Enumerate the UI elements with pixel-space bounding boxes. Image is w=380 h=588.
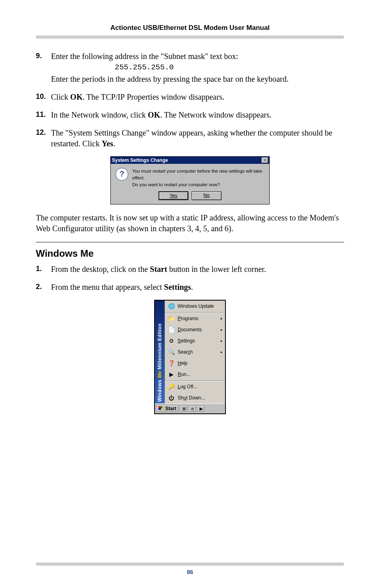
menu-item-label: Log Off... xyxy=(178,384,223,389)
step-body: Click OK. The TCP/IP Properties window d… xyxy=(51,92,344,102)
section-heading-windows-me: Windows Me xyxy=(36,248,344,259)
menu-item-label: Windows Update xyxy=(178,303,223,309)
documents-icon: 📄 xyxy=(167,326,175,334)
para-text: The computer restarts. It is now set up … xyxy=(36,213,200,222)
step-body: From the desktop, click on the Start but… xyxy=(51,264,344,275)
step-number: 12. xyxy=(36,128,51,149)
yes-button[interactable]: Yes xyxy=(159,191,188,200)
body-text: In the Network window, click xyxy=(51,110,148,119)
dialog-line1: You must restart your computer before th… xyxy=(132,168,264,182)
menu-item-label: Settings xyxy=(178,338,217,344)
start-menu-items: 🌐Windows Update📁Programs▸📄Documents▸⚙Set… xyxy=(165,301,225,403)
body-text: The "System Settings Change" window appe… xyxy=(51,128,332,148)
menu-item-help[interactable]: ❓Help xyxy=(165,358,225,369)
body-text: From the desktop, click on the xyxy=(51,265,150,273)
menu-item-label: Programs xyxy=(178,316,217,321)
menu-item-programs[interactable]: 📁Programs▸ xyxy=(165,313,225,324)
page-number: 86 xyxy=(0,569,380,575)
step-body: The "System Settings Change" window appe… xyxy=(51,128,344,149)
question-icon: ? xyxy=(116,168,128,181)
menu-item-label: Help xyxy=(178,360,223,366)
step-number: 10. xyxy=(36,92,51,102)
bold-ok: OK xyxy=(70,92,82,101)
section-rule xyxy=(36,242,344,242)
submenu-arrow-icon: ▸ xyxy=(221,328,223,332)
taskbar: Start 🖥 e ▶ xyxy=(155,403,225,413)
submenu-arrow-icon: ▸ xyxy=(221,317,223,321)
start-label: Start xyxy=(165,406,176,411)
windows-update-icon: 🌐 xyxy=(167,302,175,310)
dialog-titlebar: System Settings Change × xyxy=(111,157,269,164)
submenu-arrow-icon: ▸ xyxy=(221,339,223,343)
menu-item-shutdown[interactable]: ⏻Shut Down... xyxy=(165,392,225,403)
step-number: 1. xyxy=(36,264,51,275)
menu-item-windows-update[interactable]: 🌐Windows Update xyxy=(165,301,225,312)
programs-icon: 📁 xyxy=(167,315,175,323)
taskbar-desktop-icon[interactable]: 🖥 xyxy=(180,405,187,412)
body-text: Enter the following address in the "Subn… xyxy=(51,52,238,61)
body-text: Click xyxy=(51,92,70,101)
body-text: Enter the periods in the address by pres… xyxy=(51,75,288,83)
step-number: 2. xyxy=(36,282,51,293)
windows-flag-icon xyxy=(159,406,164,411)
bold-settings: Settings xyxy=(164,283,191,291)
menu-item-settings[interactable]: ⚙Settings▸ xyxy=(165,335,225,346)
menu-separator xyxy=(165,380,225,381)
submenu-arrow-icon: ▸ xyxy=(221,350,223,354)
bold-ok: OK xyxy=(148,110,160,119)
menu-item-label: Search xyxy=(178,349,217,355)
yes-label: Yes xyxy=(170,193,178,199)
menu-separator xyxy=(165,312,225,313)
dialog-message: You must restart your computer before th… xyxy=(132,168,264,189)
body-text: . The xyxy=(82,92,101,101)
banner-me: Me xyxy=(157,371,163,378)
step-body: Enter the following address in the "Subn… xyxy=(51,51,344,85)
header-rule xyxy=(36,35,344,39)
code-subnet: 255.255.255.0 xyxy=(51,63,344,73)
step-body: In the Network window, click OK. The Net… xyxy=(51,110,344,120)
no-label: No xyxy=(204,193,210,198)
paragraph-after-dialog: The computer restarts. It is now set up … xyxy=(36,212,344,234)
step-body: From the menu that appears, select Setti… xyxy=(51,282,344,293)
start-menu-screenshot: Windows Me Millennium Edition 🌐Windows U… xyxy=(154,300,226,414)
menu-item-run[interactable]: ▶Run... xyxy=(165,369,225,380)
dialog-title: System Settings Change xyxy=(112,157,168,163)
menu-item-documents[interactable]: 📄Documents▸ xyxy=(165,324,225,335)
close-button[interactable]: × xyxy=(262,157,268,163)
body-text: . xyxy=(113,139,115,148)
dialog-line2: Do you want to restart your computer now… xyxy=(132,181,264,188)
no-button[interactable]: No xyxy=(192,191,221,200)
bold-start: Start xyxy=(150,265,167,273)
bold-yes: Yes xyxy=(102,139,113,148)
body-text: . The Network window disappears. xyxy=(160,110,272,119)
menu-item-search[interactable]: 🔍Search▸ xyxy=(165,346,225,358)
shutdown-icon: ⏻ xyxy=(167,394,175,402)
help-icon: ❓ xyxy=(167,359,175,367)
start-menu-banner: Windows Me Millennium Edition xyxy=(155,301,165,403)
banner-windows: Windows xyxy=(157,380,163,402)
menu-item-label: Run... xyxy=(178,372,223,377)
menu-item-logoff[interactable]: 🔑Log Off... xyxy=(165,381,225,392)
step-number: 11. xyxy=(36,110,51,120)
step-number: 9. xyxy=(36,51,51,85)
taskbar-ie-icon[interactable]: e xyxy=(189,405,196,412)
body-text: button in the lower left corner. xyxy=(167,265,266,273)
logoff-icon: 🔑 xyxy=(167,383,175,391)
smallcaps-ip: IP xyxy=(200,213,208,222)
menu-item-label: Documents xyxy=(178,327,217,332)
taskbar-media-icon[interactable]: ▶ xyxy=(198,405,205,412)
settings-icon: ⚙ xyxy=(167,337,175,345)
smallcaps-tcpip: TCP/IP xyxy=(101,92,125,101)
system-settings-dialog: System Settings Change × ? You must rest… xyxy=(110,156,270,205)
start-button[interactable]: Start xyxy=(156,405,178,412)
search-icon: 🔍 xyxy=(167,348,175,356)
body-text: Properties window disappears. xyxy=(125,92,224,101)
banner-edition: Millennium Edition xyxy=(157,323,163,371)
body-text: . xyxy=(191,283,193,291)
menu-item-label: Shut Down... xyxy=(178,395,223,401)
page-header-title: Actiontec USB/Ethernet DSL Modem User Ma… xyxy=(36,24,344,32)
footer-rule xyxy=(36,562,344,566)
body-text: From the menu that appears, select xyxy=(51,283,164,291)
run-icon: ▶ xyxy=(167,370,175,378)
